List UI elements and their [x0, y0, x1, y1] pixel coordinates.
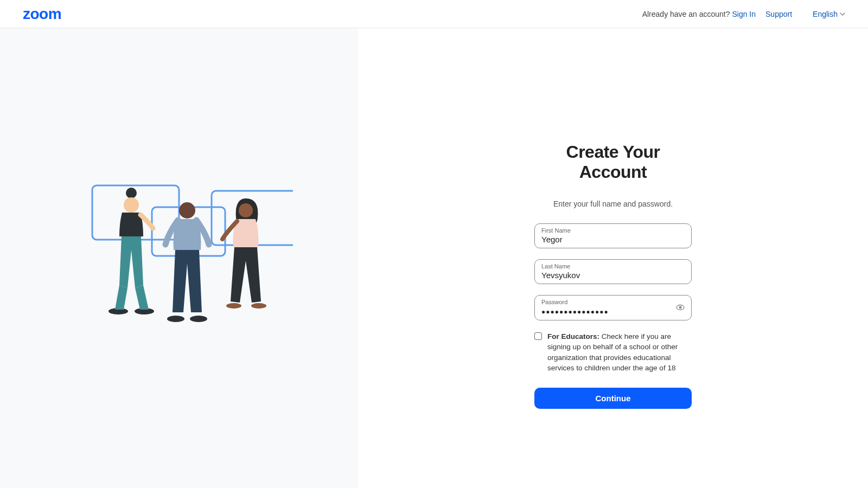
- password-input[interactable]: [541, 306, 685, 317]
- svg-point-3: [126, 188, 137, 198]
- last-name-input[interactable]: [541, 270, 685, 280]
- password-field[interactable]: Password: [534, 295, 692, 320]
- already-label: Already have an account?: [642, 10, 730, 18]
- continue-button[interactable]: Continue: [534, 388, 692, 409]
- svg-point-4: [124, 197, 139, 213]
- svg-point-7: [179, 202, 195, 219]
- chevron-down-icon: [840, 11, 845, 17]
- svg-point-14: [679, 306, 682, 309]
- signup-form: Create Your Account Enter your full name…: [534, 142, 692, 409]
- svg-point-8: [167, 316, 184, 322]
- illustration-panel: [0, 28, 358, 488]
- svg-point-10: [239, 203, 253, 217]
- sign-in-link[interactable]: Sign In: [732, 10, 756, 18]
- first-name-label: First Name: [541, 227, 685, 234]
- language-label: English: [813, 10, 838, 18]
- eye-icon[interactable]: [676, 303, 685, 312]
- last-name-field[interactable]: Last Name: [534, 259, 692, 284]
- educators-checkbox-row: For Educators: Check here if you are sig…: [534, 331, 692, 374]
- first-name-input[interactable]: [541, 234, 685, 244]
- educators-label: For Educators: Check here if you are sig…: [547, 331, 692, 374]
- people-illustration: [65, 166, 293, 350]
- educators-strong: For Educators:: [547, 332, 599, 341]
- first-name-field[interactable]: First Name: [534, 223, 692, 248]
- form-panel: Create Your Account Enter your full name…: [358, 28, 868, 488]
- password-label: Password: [541, 299, 685, 306]
- already-have-account-text: Already have an account? Sign In: [642, 10, 756, 18]
- header: zoom Already have an account? Sign In Su…: [0, 0, 868, 28]
- support-link[interactable]: Support: [765, 10, 792, 18]
- page-subtitle: Enter your full name and password.: [534, 200, 692, 208]
- main-content: Create Your Account Enter your full name…: [0, 28, 868, 488]
- educators-checkbox[interactable]: [534, 332, 542, 340]
- svg-point-9: [190, 316, 207, 322]
- header-links: Already have an account? Sign In Support…: [642, 10, 845, 18]
- language-selector[interactable]: English: [813, 10, 845, 18]
- svg-point-12: [251, 303, 266, 309]
- svg-point-11: [226, 303, 241, 309]
- zoom-logo[interactable]: zoom: [23, 5, 61, 23]
- page-title: Create Your Account: [534, 142, 692, 182]
- last-name-label: Last Name: [541, 263, 685, 270]
